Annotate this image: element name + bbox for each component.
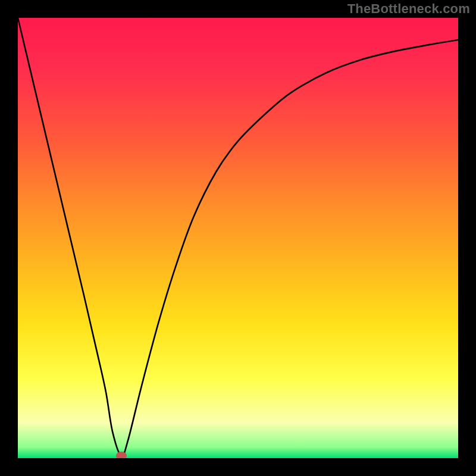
chart-frame: TheBottleneck.com bbox=[0, 0, 476, 476]
minimum-marker bbox=[116, 452, 127, 458]
curve-svg bbox=[18, 18, 458, 458]
plot-area bbox=[18, 18, 458, 458]
watermark-text: TheBottleneck.com bbox=[347, 1, 470, 17]
bottleneck-curve-path bbox=[18, 18, 458, 456]
